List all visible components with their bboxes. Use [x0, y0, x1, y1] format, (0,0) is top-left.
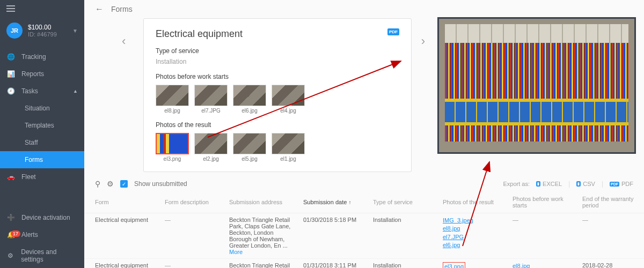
nav-label: Devices and settings [21, 248, 78, 263]
file-icon: ▮ [576, 181, 581, 187]
thumb[interactable]: el1.jpg [272, 133, 305, 162]
filter-icon[interactable]: ⚲ [95, 180, 100, 188]
user-block[interactable]: JR $100.00 ID: #46799 ▼ [0, 17, 84, 44]
page-title: Forms [111, 5, 133, 13]
export-pdf-button[interactable]: PDFPDF [610, 181, 633, 187]
col-address[interactable]: Submission address [224, 191, 298, 213]
nav-label: Alerts [21, 231, 38, 239]
thumb-label: el5.jpg [233, 156, 266, 162]
table-row[interactable]: Electrical equipment — Beckton Triangle … [84, 213, 644, 259]
photo-preview [437, 17, 636, 154]
export-label: CSV [583, 181, 595, 187]
car-icon: 🚗 [6, 173, 15, 181]
photo-link[interactable]: el8.jpg [513, 262, 572, 268]
pdf-export-button[interactable]: PDF [387, 28, 399, 35]
globe-icon: 🌐 [6, 53, 15, 61]
prev-form-button[interactable]: ‹ [122, 34, 126, 48]
cell-form: Electrical equipment [84, 259, 159, 269]
thumb-image [233, 85, 266, 106]
photo-link[interactable]: el6.jpg [443, 241, 502, 249]
thumb-label: el1.jpg [272, 156, 305, 162]
thumb[interactable]: el6.jpg [233, 85, 266, 114]
photos-result-thumbs: el3.png el2.jpg el5.jpg el1.jpg [156, 133, 399, 162]
nav-staff[interactable]: Staff [0, 134, 84, 151]
divider: | [602, 180, 603, 188]
cell-desc: — [159, 259, 224, 269]
type-of-service-value[interactable]: Installation▾ [156, 58, 399, 65]
nav-label: Device activation [21, 214, 70, 221]
thumb[interactable]: el5.jpg [233, 133, 266, 162]
cell-desc: — [159, 213, 224, 259]
sort-asc-icon: ↑ [348, 199, 351, 205]
nav-fleet[interactable]: 🚗Fleet [0, 168, 84, 185]
nav-label: Staff [25, 139, 38, 146]
hamburger-menu[interactable] [0, 0, 84, 17]
export-csv-button[interactable]: ▮CSV [576, 181, 595, 187]
col-date[interactable]: Submission date ↑ [298, 191, 368, 213]
cell-date: 01/31/2018 3:11 PM [298, 259, 368, 269]
export-excel-button[interactable]: ▮EXCEL [536, 181, 562, 187]
col-before[interactable]: Photos before work starts [507, 191, 577, 213]
nav-label: Forms [25, 156, 43, 163]
nav-forms[interactable]: Forms [0, 151, 84, 168]
nav-tasks[interactable]: 🕘Tasks▲ [0, 83, 84, 100]
cell-result: el3.png el2.jpg el5.jpg el1.jpg [437, 259, 507, 269]
table-header-row: Form Form description Submission address… [84, 191, 644, 213]
address-text: Beckton Triangle Retail Park, Claps Gate… [229, 262, 290, 268]
photo-link[interactable]: el8.jpg [443, 225, 502, 233]
form-title: Electrical equipment [156, 28, 399, 40]
thumb-label: el8.jpg [156, 108, 189, 114]
col-warranty[interactable]: End of the warranty period [577, 191, 644, 213]
form-card: PDF Electrical equipment Type of service… [143, 18, 412, 172]
nav-templates[interactable]: Templates [0, 117, 84, 134]
chevron-up-icon: ▲ [73, 88, 78, 94]
nav-reports[interactable]: 📊Reports [0, 65, 84, 83]
cell-address: Beckton Triangle Retail Park, Claps Gate… [224, 213, 298, 259]
photo-link-highlighted[interactable]: el3.png [443, 262, 465, 268]
photo-link[interactable]: IMG_3.jpeg [443, 217, 502, 225]
nav-alerts[interactable]: 17🔔Alerts [0, 226, 84, 243]
thumb[interactable]: el7.JPG [194, 85, 228, 114]
cell-date: 01/30/2018 5:18 PM [298, 213, 368, 259]
user-id: ID: #46799 [28, 31, 67, 38]
thumb[interactable]: el4.jpg [272, 85, 305, 114]
nav-tracking[interactable]: 🌐Tracking [0, 48, 84, 65]
nav-label: Situation [25, 105, 50, 112]
cell-service: Installation [368, 259, 437, 269]
more-link[interactable]: More [229, 249, 243, 255]
col-result[interactable]: Photos of the result [437, 191, 507, 213]
photo-link[interactable]: el7.JPG [443, 233, 502, 241]
show-unsubmitted-checkbox[interactable]: ✓ [120, 180, 128, 188]
cell-warranty: — [577, 213, 644, 259]
sidebar: JR $100.00 ID: #46799 ▼ 🌐Tracking 📊Repor… [0, 0, 84, 268]
dash: — [513, 217, 518, 223]
settings-icon[interactable]: ⚙ [107, 180, 114, 188]
nav-label: Fleet [21, 173, 36, 181]
nav-devices-settings[interactable]: ⚙Devices and settings [0, 243, 84, 268]
cell-form: Electrical equipment [84, 213, 159, 259]
thumb-image [194, 133, 228, 154]
plus-icon: ➕ [6, 214, 15, 221]
table-toolbar: ⚲ ⚙ ✓ Show unsubmitted Export as: ▮EXCEL… [84, 176, 644, 191]
cell-before: — [507, 213, 577, 259]
thumb[interactable]: el3.png [156, 133, 189, 162]
col-service[interactable]: Type of service [368, 191, 437, 213]
table-row[interactable]: Electrical equipment — Beckton Triangle … [84, 259, 644, 269]
thumb[interactable]: el2.jpg [194, 133, 228, 162]
col-desc[interactable]: Form description [159, 191, 224, 213]
submissions-table: Form Form description Submission address… [84, 191, 644, 268]
next-form-button[interactable]: › [421, 34, 425, 48]
thumb[interactable]: el8.jpg [156, 85, 189, 114]
back-arrow-icon[interactable]: ← [95, 4, 104, 14]
nav-label: Tasks [21, 87, 38, 95]
col-form[interactable]: Form [84, 191, 159, 213]
chevron-down-icon: ▾ [396, 58, 399, 65]
address-text: Beckton Triangle Retail Park, Claps Gate… [229, 217, 290, 249]
nav-situation[interactable]: Situation [0, 100, 84, 117]
thumb-label: el4.jpg [272, 108, 305, 114]
cell-warranty: 2018-02-28 [577, 259, 644, 269]
thumb-image [272, 133, 305, 154]
main: ← Forms ‹ › PDF Electrical equipment Typ… [84, 0, 644, 268]
nav-device-activation[interactable]: ➕Device activation [0, 209, 84, 226]
cell-service: Installation [368, 213, 437, 259]
